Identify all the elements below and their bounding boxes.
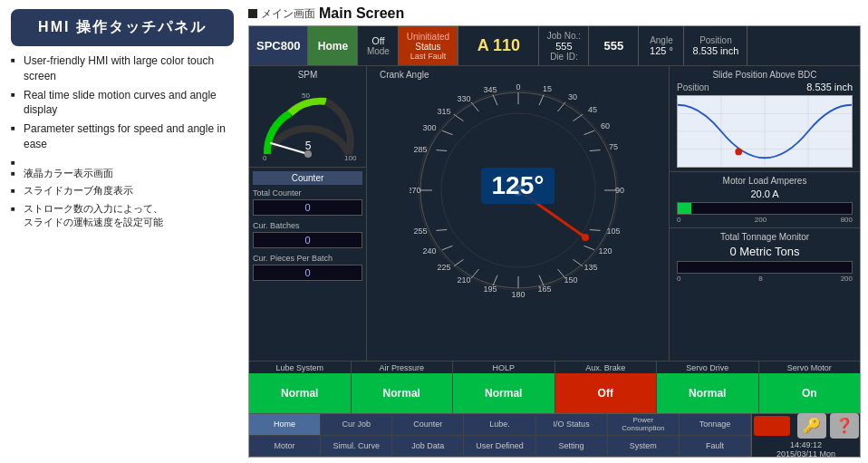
svg-text:300: 300 xyxy=(422,123,436,132)
nav-power-btn[interactable]: PowerConsumption xyxy=(608,414,680,436)
svg-text:285: 285 xyxy=(413,145,427,154)
air-pressure-value[interactable]: Normal xyxy=(352,373,453,413)
nav-userdef-btn[interactable]: User Defined xyxy=(464,436,535,458)
status-value: Uninitiated xyxy=(407,32,449,42)
lube-system-value[interactable]: Normal xyxy=(249,373,351,413)
help-icon-button[interactable]: ❓ xyxy=(830,413,859,439)
svg-line-0 xyxy=(271,143,308,154)
nav-tonnage-btn[interactable]: Tonnage xyxy=(680,414,751,436)
feature-item-jp3: ストローク数の入力によって、スライドの運転速度を設定可能 xyxy=(11,202,234,230)
date-value: 2015/03/11 Mon xyxy=(776,449,835,458)
crank-angle-label: Crank Angle xyxy=(380,70,429,80)
svg-text:180: 180 xyxy=(511,290,525,299)
svg-text:270: 270 xyxy=(410,186,421,195)
motor-load-value: 20.0 A xyxy=(673,188,856,199)
key-icon-button[interactable]: 🔑 xyxy=(797,413,826,439)
slide-pos-chart-svg xyxy=(678,96,852,167)
job-no-value: 555 xyxy=(555,41,572,52)
angle-value: 125 ° xyxy=(650,45,673,56)
holp-cell: HOLP Normal xyxy=(453,362,555,413)
svg-point-59 xyxy=(582,234,589,241)
spm-label: SPM xyxy=(253,70,362,80)
nav-lube-btn[interactable]: Lube. xyxy=(464,414,535,436)
nav-curjob-btn[interactable]: Cur Job xyxy=(321,414,392,436)
crank-gauge: 0 15 30 45 60 75 90 105 120 135 150 165 xyxy=(410,82,627,299)
tonnage-min: 0 xyxy=(677,275,680,283)
svg-text:90: 90 xyxy=(614,186,623,195)
bottom-nav: Home Cur Job Counter Lube. I/O Status Po… xyxy=(249,413,860,457)
svg-text:50: 50 xyxy=(302,92,310,100)
servo-drive-value[interactable]: Normal xyxy=(657,373,758,413)
nav-home-btn[interactable]: Home xyxy=(249,414,321,436)
counter-section: Counter Total Counter 0 Cur. Batches 0 C… xyxy=(249,168,366,361)
tonnage-section: Total Tonnage Monitor 0 Metric Tons 0 8 … xyxy=(670,228,860,361)
tonnage-bar-labels: 0 8 200 xyxy=(673,275,856,283)
nav-fault-btn[interactable]: Fault xyxy=(680,436,751,458)
svg-text:330: 330 xyxy=(457,94,470,103)
nav-setting-btn[interactable]: Setting xyxy=(536,436,608,458)
svg-text:315: 315 xyxy=(437,107,450,116)
nav-jobdata-btn[interactable]: Job Data xyxy=(392,436,464,458)
tonnage-title: Total Tonnage Monitor xyxy=(673,232,856,242)
holp-header: HOLP xyxy=(492,362,515,373)
svg-text:120: 120 xyxy=(598,246,612,256)
red-button[interactable] xyxy=(754,416,790,436)
nav-row-2: Motor Simul. Curve Job Data User Defined… xyxy=(249,436,751,458)
svg-text:75: 75 xyxy=(608,142,617,151)
left-panel: HMI 操作タッチパネル User-friendly HMI with larg… xyxy=(0,0,245,463)
lube-system-cell: Lube System Normal xyxy=(249,362,352,413)
spacer xyxy=(11,156,234,163)
lube-system-header: Lube System xyxy=(275,362,323,373)
batches-row: Cur. Batches 0 xyxy=(253,221,362,248)
aux-brake-value[interactable]: Off xyxy=(555,373,657,413)
spm-gauge: 0 50 100 5 xyxy=(258,82,358,163)
nav-counter-btn[interactable]: Counter xyxy=(392,414,464,436)
spc800-label: SPC800 xyxy=(249,26,308,65)
holp-value[interactable]: Normal xyxy=(453,373,555,413)
nav-right: 🔑 ❓ 14:49:12 2015/03/11 Mon xyxy=(751,414,860,457)
air-pressure-cell: Air Pressure Normal xyxy=(352,362,454,413)
mode-cell: Off Mode xyxy=(358,26,399,65)
motor-load-title: Motor Load Amperes xyxy=(673,176,856,186)
status-cell: Uninitiated Status Last Fault xyxy=(399,26,458,65)
hmi-badge: HMI 操作タッチパネル xyxy=(11,9,234,46)
angle-display: 125° xyxy=(481,168,555,204)
total-counter-row: Total Counter 0 xyxy=(253,188,362,216)
tonnage-mid: 8 xyxy=(758,275,762,283)
motor-load-max: 800 xyxy=(841,216,853,224)
per-batch-row: Cur. Pieces Per Batch 0 xyxy=(253,254,362,281)
position-value: 8.535 inch xyxy=(693,45,739,56)
nav-iostatus-btn[interactable]: I/O Status xyxy=(536,414,608,436)
per-batch-label: Cur. Pieces Per Batch xyxy=(253,254,362,263)
left-column: SPM 0 xyxy=(249,66,367,361)
title-jp: メイン画面 xyxy=(261,6,315,22)
nav-motor-btn[interactable]: Motor xyxy=(249,436,321,458)
tonnage-max: 200 xyxy=(841,275,853,283)
slide-position-section: Slide Position Above BDC Position 8.535 … xyxy=(670,66,860,172)
top-bar: SPC800 Home Off Mode Uninitiated Status … xyxy=(249,26,860,66)
title-en: Main Screen xyxy=(319,5,404,22)
a110-value: A 110 xyxy=(458,26,539,65)
feature-list: User-friendly HMI with large color touch… xyxy=(11,53,234,233)
nav-system-btn[interactable]: System xyxy=(608,436,680,458)
right-panel: メイン画面 Main Screen SPC800 Home Off Mode U… xyxy=(245,0,868,463)
svg-text:30: 30 xyxy=(567,92,576,101)
motor-load-bar xyxy=(678,203,691,214)
servo-drive-header: Servo Drive xyxy=(686,362,728,373)
svg-text:15: 15 xyxy=(542,84,551,93)
servo-drive-cell: Servo Drive Normal xyxy=(657,362,759,413)
svg-text:5: 5 xyxy=(304,140,311,152)
servo-motor-value[interactable]: On xyxy=(759,373,861,413)
total-counter-value[interactable]: 0 xyxy=(253,199,362,216)
motor-load-section: Motor Load Amperes 20.0 A 0 200 800 xyxy=(670,172,860,228)
last-fault-label: Last Fault xyxy=(410,52,447,61)
nav-simul-btn[interactable]: Simul. Curve xyxy=(321,436,392,458)
batches-value[interactable]: 0 xyxy=(253,232,362,248)
tonnage-value: 0 Metric Tons xyxy=(673,245,856,258)
servo-motor-header: Servo Motor xyxy=(787,362,832,373)
main-content: SPM 0 xyxy=(249,66,860,361)
home-button[interactable]: Home xyxy=(308,26,358,65)
feature-item-jp2: スライドカーブ角度表示 xyxy=(11,184,234,198)
angle-label: Angle xyxy=(650,35,673,45)
per-batch-value[interactable]: 0 xyxy=(253,265,362,281)
